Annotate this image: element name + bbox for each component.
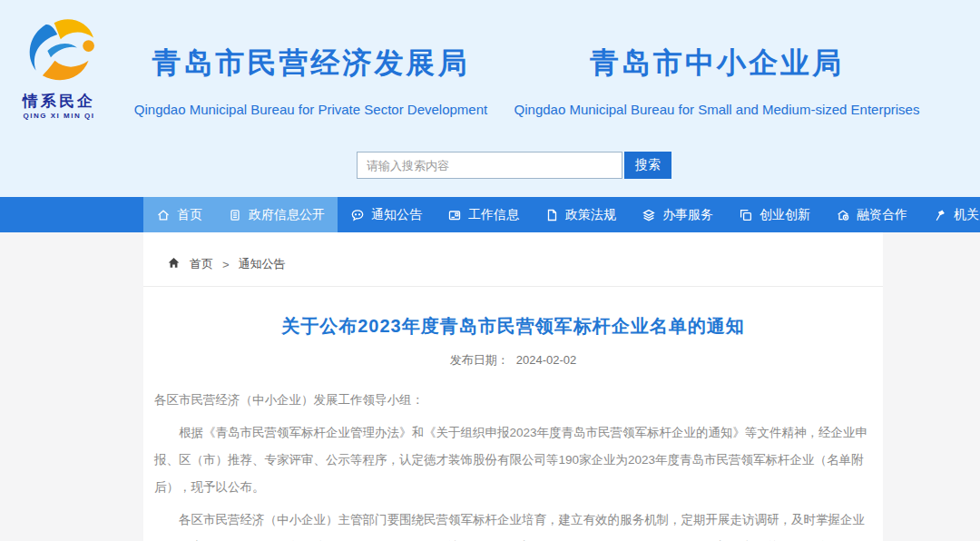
nav-item-policies[interactable]: 政策法规: [532, 197, 629, 232]
bureau-title-cn: 青岛市民营经济发展局: [118, 44, 504, 84]
nav-item-label: 创业创新: [760, 207, 810, 223]
nav-item-notices[interactable]: 通知公告: [338, 197, 435, 232]
nav-item-innovation[interactable]: 创业创新: [726, 197, 823, 232]
nav-item-label: 融资合作: [857, 207, 907, 223]
nav-item-label: 办事服务: [662, 207, 713, 223]
nav-item-label: 政府信息公开: [249, 207, 325, 223]
site-header: 情系民企 QING XI MIN QI 青岛市民营经济发展局 Qingdao M…: [0, 0, 980, 197]
list-icon: [228, 208, 242, 222]
nav-item-gov-info[interactable]: 政府信息公开: [215, 197, 338, 232]
nav-item-label: 政策法规: [565, 207, 616, 223]
content-card: 首页 > 通知公告 关于公布2023年度青岛市民营领军标杆企业名单的通知 发布日…: [143, 232, 883, 541]
article-title: 关于公布2023年度青岛市民营领军标杆企业名单的通知: [143, 314, 883, 339]
nav-item-financing[interactable]: 融资合作: [823, 197, 920, 232]
main-nav-items: 首页 政府信息公开: [143, 197, 980, 232]
site-logo[interactable]: 情系民企 QING XI MIN QI: [9, 16, 109, 120]
search-bar: 搜索: [357, 152, 671, 179]
home-icon: [156, 208, 171, 222]
nav-item-label: 工作信息: [468, 207, 519, 223]
main-nav: 首页 政府信息公开: [0, 197, 980, 232]
nav-item-label: 首页: [177, 207, 202, 223]
flag-icon: [933, 208, 947, 222]
bureau-title-cn: 青岛市中小企业局: [504, 44, 930, 84]
card-icon: [447, 208, 462, 222]
article-date-value: 2024-02-02: [516, 353, 577, 367]
logo-pinyin: QING XI MIN QI: [9, 112, 109, 120]
breadcrumb-home[interactable]: 首页: [190, 256, 213, 272]
article-date: 发布日期：2024-02-02: [143, 352, 883, 369]
file-icon: [544, 208, 559, 222]
article-date-label: 发布日期：: [450, 353, 509, 367]
nav-item-label: 机关党建: [954, 207, 980, 223]
breadcrumb-current[interactable]: 通知公告: [239, 256, 286, 272]
comment-icon: [350, 208, 365, 222]
logo-bird-icon: [17, 73, 101, 88]
article-paragraph: 根据《青岛市民营领军标杆企业管理办法》和《关于组织申报2023年度青岛市民营领军…: [154, 419, 871, 501]
article-paragraph: 各区市民营经济（中小企业）发展工作领导小组：: [154, 387, 871, 414]
bank-icon: [836, 208, 850, 222]
logo-name: 情系民企: [9, 91, 109, 112]
nav-item-services[interactable]: 办事服务: [629, 197, 726, 232]
bureau-title-en: Qingdao Municipal Bureau for Small and M…: [504, 102, 930, 117]
page: 情系民企 QING XI MIN QI 青岛市民营经济发展局 Qingdao M…: [0, 0, 980, 541]
breadcrumb: 首页 > 通知公告: [143, 232, 883, 287]
copy-icon: [739, 208, 753, 222]
nav-active-group: 首页 政府信息公开: [143, 197, 338, 232]
nav-item-work-info[interactable]: 工作信息: [435, 197, 532, 232]
search-button[interactable]: 搜索: [624, 152, 671, 179]
bureau-private-sector: 青岛市民营经济发展局 Qingdao Municipal Bureau for …: [118, 44, 504, 117]
nav-item-party-building[interactable]: 机关党建: [920, 197, 980, 232]
breadcrumb-home-icon[interactable]: [167, 256, 181, 272]
nav-item-home[interactable]: 首页: [143, 197, 215, 232]
bureau-sme: 青岛市中小企业局 Qingdao Municipal Bureau for Sm…: [504, 44, 930, 117]
bureau-title-en: Qingdao Municipal Bureau for Private Sec…: [118, 102, 504, 117]
search-input[interactable]: [357, 152, 622, 179]
layers-icon: [642, 208, 656, 222]
breadcrumb-separator: >: [222, 258, 230, 271]
nav-item-label: 通知公告: [371, 207, 422, 223]
article-body: 各区市民营经济（中小企业）发展工作领导小组： 根据《青岛市民营领军标杆企业管理办…: [143, 387, 883, 541]
article-paragraph: 各区市民营经济（中小企业）主管部门要围绕民营领军标杆企业培育，建立有效的服务机制…: [154, 507, 871, 541]
